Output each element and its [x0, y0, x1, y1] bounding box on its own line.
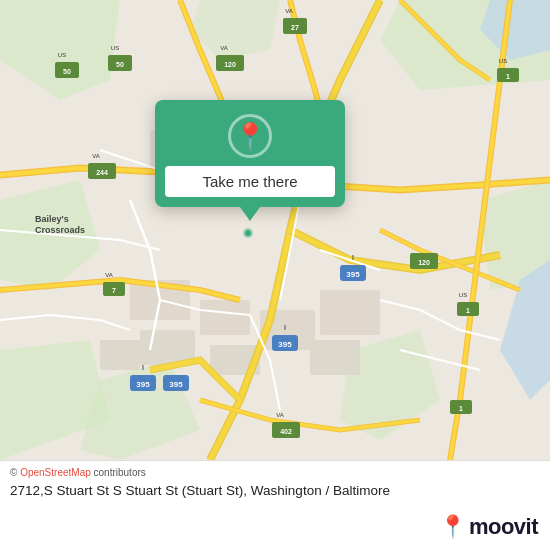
svg-text:395: 395: [169, 380, 183, 389]
svg-text:27: 27: [291, 24, 299, 31]
svg-text:120: 120: [418, 259, 430, 266]
svg-text:244: 244: [96, 169, 108, 176]
svg-text:VA: VA: [285, 8, 293, 14]
svg-text:VA: VA: [105, 272, 113, 278]
osm-contributors: contributors: [91, 467, 146, 478]
svg-text:Bailey's: Bailey's: [35, 214, 69, 224]
footer: © OpenStreetMap contributors 2712,S Stua…: [0, 460, 550, 550]
svg-text:395: 395: [136, 380, 150, 389]
svg-text:I: I: [352, 254, 354, 261]
location-pin-icon: 📍: [234, 123, 266, 149]
svg-text:7: 7: [112, 287, 116, 294]
moovit-brand-text: moovit: [469, 514, 538, 540]
svg-text:395: 395: [278, 340, 292, 349]
location-icon-circle: 📍: [228, 114, 272, 158]
svg-text:50: 50: [116, 61, 124, 68]
osm-attribution: © OpenStreetMap contributors: [10, 467, 540, 478]
svg-point-69: [245, 230, 251, 236]
moovit-pin-icon: 📍: [439, 514, 466, 540]
svg-text:1: 1: [466, 307, 470, 314]
svg-text:VA: VA: [220, 45, 228, 51]
svg-text:Crossroads: Crossroads: [35, 225, 85, 235]
popup-card: 📍 Take me there: [155, 100, 345, 207]
svg-text:402: 402: [280, 428, 292, 435]
svg-rect-12: [200, 300, 250, 335]
svg-text:US: US: [111, 45, 119, 51]
svg-text:US: US: [58, 52, 66, 58]
svg-text:VA: VA: [276, 412, 284, 418]
svg-text:395: 395: [346, 270, 360, 279]
map-container: 395 I 395 I 395 I 395 50 US 50 US 244 VA…: [0, 0, 550, 460]
svg-text:1: 1: [459, 405, 463, 412]
take-me-there-button[interactable]: Take me there: [165, 166, 335, 197]
svg-text:I: I: [142, 364, 144, 371]
svg-text:US: US: [459, 292, 467, 298]
svg-rect-20: [310, 340, 360, 375]
svg-text:VA: VA: [92, 153, 100, 159]
svg-text:50: 50: [63, 68, 71, 75]
svg-rect-14: [320, 290, 380, 335]
svg-rect-19: [100, 340, 140, 370]
svg-text:US: US: [499, 58, 507, 64]
svg-text:1: 1: [506, 73, 510, 80]
osm-copyright: ©: [10, 467, 20, 478]
osm-link[interactable]: OpenStreetMap: [20, 467, 91, 478]
svg-text:120: 120: [224, 61, 236, 68]
svg-text:I: I: [284, 324, 286, 331]
moovit-logo: 📍 moovit: [439, 514, 538, 540]
